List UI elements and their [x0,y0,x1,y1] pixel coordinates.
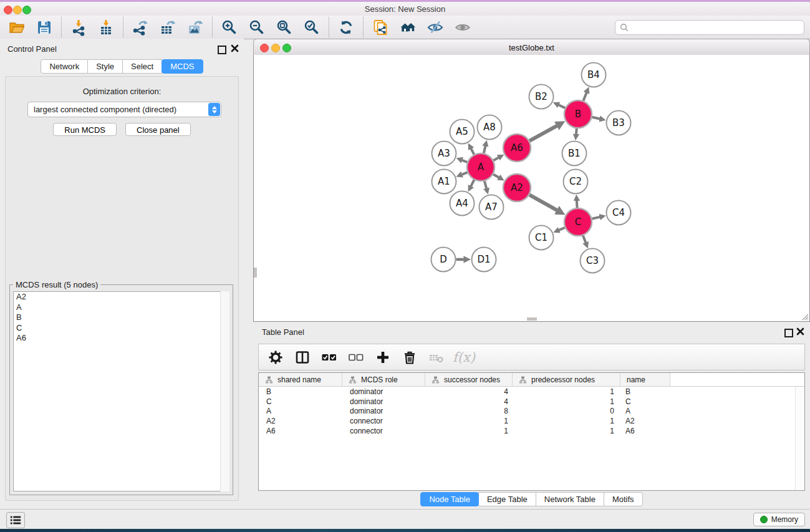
resize-grip-icon[interactable] [800,312,809,321]
column-header-successor-nodes[interactable]: successor nodes [425,373,513,386]
mcds-result-item[interactable]: A [14,302,229,313]
hierarchy-icon [432,376,440,384]
save-session-icon[interactable] [35,18,54,37]
tab-node-table[interactable]: Node Table [420,492,479,506]
deselect-all-columns-icon[interactable] [348,349,364,365]
graph-node-label: C4 [612,207,625,218]
hide-selected-icon[interactable] [426,18,445,37]
memory-button[interactable]: Memory [753,513,805,526]
show-columns-icon[interactable] [294,349,311,365]
graph-edge-C-C1[interactable] [559,228,565,230]
mcds-result-item[interactable]: A6 [14,333,229,344]
canvas-vertical-scrollbar[interactable] [254,268,257,278]
export-table-icon[interactable] [158,18,177,37]
run-mcds-button[interactable]: Run MCDS [53,123,117,136]
graph-edge-A-A5[interactable] [471,148,474,154]
zoom-fit-icon[interactable] [275,18,294,37]
zoom-out-icon[interactable] [248,18,266,37]
graph-edge-A-A8[interactable] [484,146,486,153]
select-all-columns-icon[interactable] [321,349,337,365]
import-table-icon[interactable] [97,18,115,37]
close-table-panel-icon[interactable] [796,327,804,336]
criterion-dropdown[interactable]: largest connected component (directed) [27,102,221,117]
hierarchy-icon [519,376,527,384]
cell-shared_name: B [259,387,342,396]
graph-node-label: A3 [438,148,450,159]
add-column-icon[interactable] [375,349,391,365]
close-panel-icon[interactable] [231,44,239,52]
hierarchy-icon [349,376,357,384]
table-scrollbar[interactable] [795,387,804,490]
graph-edge-C-C3[interactable] [583,236,586,243]
close-panel-button[interactable]: Close panel [125,123,191,136]
search-field[interactable] [615,20,804,35]
mcds-result-item[interactable]: A2 [14,292,229,302]
export-image-icon[interactable] [186,18,205,37]
hierarchy-icon [265,376,273,384]
column-header-mcds-role[interactable]: MCDS role [342,373,425,386]
tab-motifs[interactable]: Motifs [604,492,643,506]
first-neighbors-icon[interactable] [398,18,417,37]
table-row[interactable]: A2connector11A2 [259,416,796,426]
settings-icon[interactable] [268,349,284,365]
mcds-result-group: MCDS result (5 nodes) A2ABCA6 [9,284,233,495]
column-header-shared-name[interactable]: shared name [259,373,342,386]
mcds-result-item[interactable]: B [14,312,229,323]
cell-mcds_role: dominator [342,407,425,415]
tab-select[interactable]: Select [122,59,162,74]
table-row[interactable]: A6connector11A6 [259,426,796,436]
zoom-in-icon[interactable] [220,18,239,37]
graph-edge-A-A6[interactable] [493,158,498,161]
mcds-result-list[interactable]: A2ABCA6 [13,291,229,491]
refresh-view-icon[interactable] [337,18,355,37]
export-network-icon[interactable] [131,18,150,37]
show-all-icon[interactable] [453,18,472,37]
cell-successor_nodes: 1 [425,427,513,435]
open-file-icon[interactable] [7,18,26,37]
network-graph[interactable]: B4B2BB3A8A5A6B1A3AA1C2A2A4A7C4CC1C3DD1 [254,55,809,321]
column-header-name[interactable]: name [620,373,670,386]
table-row[interactable]: Adominator80A [259,406,796,416]
network-canvas[interactable]: B4B2BB3A8A5A6B1A3AA1C2A2A4A7C4CC1C3DD1 [253,55,810,322]
cell-name: B [620,387,670,396]
graph-edge-A-A4[interactable] [471,180,474,186]
import-network-icon[interactable] [69,18,88,37]
column-header-predecessor-nodes[interactable]: predecessor nodes [513,373,620,386]
graph-edge-A-A3[interactable] [462,160,467,162]
graph-edge-B-B2[interactable] [559,105,565,108]
graph-edge-B-B1[interactable] [576,128,577,134]
cell-predecessor_nodes: 1 [513,417,620,425]
graph-edge-B-B3[interactable] [592,117,600,119]
table-row[interactable]: Cdominator41C [259,397,796,407]
new-network-from-selection-icon[interactable] [371,18,390,37]
delete-column-icon[interactable] [402,349,418,365]
cell-shared_name: C [259,397,342,406]
table-row[interactable]: Bdominator41B [259,387,796,397]
zoom-selected-icon[interactable] [302,18,321,37]
tab-network[interactable]: Network [41,59,88,74]
graph-edge-A-A7[interactable] [485,181,486,188]
graph-edge-B-B4[interactable] [584,93,587,101]
show-panels-button[interactable] [6,512,25,528]
graph-edge-A6-B[interactable] [529,126,557,141]
tab-network-table[interactable]: Network Table [536,492,604,506]
control-tabs: NetworkStyleSelectMCDS [0,59,244,74]
graph-edge-C-C2[interactable] [577,201,577,208]
cell-shared_name: A2 [259,417,342,425]
tab-mcds[interactable]: MCDS [162,59,203,74]
graph-edge-A-A2[interactable] [493,174,499,177]
search-input[interactable] [629,22,804,32]
graph-node-label: A5 [456,126,468,137]
float-table-panel-icon[interactable] [784,329,793,337]
graph-edge-A2-C[interactable] [529,195,557,210]
dropdown-stepper-icon[interactable] [208,103,220,116]
float-panel-icon[interactable] [218,46,226,54]
canvas-horizontal-scrollbar[interactable] [527,317,537,321]
network-window-titlebar[interactable]: testGlobe.txt [253,39,810,56]
result-scrollbar[interactable] [220,291,229,491]
graph-edge-C-C4[interactable] [592,217,600,219]
graph-edge-A-A1[interactable] [462,172,468,174]
tab-edge-table[interactable]: Edge Table [478,492,536,506]
tab-style[interactable]: Style [87,59,123,74]
mcds-result-item[interactable]: C [14,323,229,334]
